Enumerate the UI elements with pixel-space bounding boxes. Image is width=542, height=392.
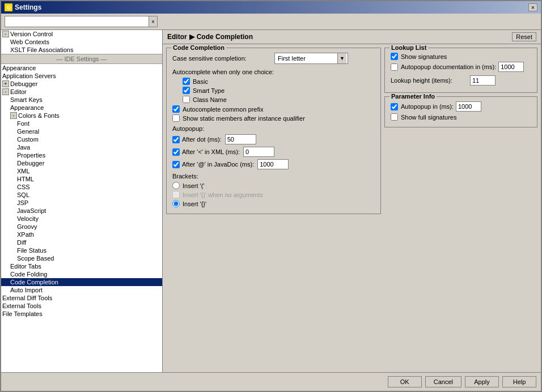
tree-item-editor-tabs[interactable]: Editor Tabs xyxy=(1,262,162,270)
show-full-signatures-checkbox[interactable] xyxy=(391,113,398,121)
after-at-javadoc-label: After '@' in JavaDoc (ms): xyxy=(182,161,254,168)
class-name-label: Class Name xyxy=(193,96,227,103)
tree-item-debugger2[interactable]: Debugger xyxy=(1,159,162,167)
case-sensitive-select[interactable]: First letter ▼ xyxy=(274,53,348,64)
tree-item-code-folding[interactable]: Code Folding xyxy=(1,270,162,278)
class-name-checkbox[interactable] xyxy=(183,96,190,103)
basic-checkbox[interactable] xyxy=(183,78,190,85)
tree-item-xslt-file-associations[interactable]: XSLT File Associations xyxy=(1,46,162,54)
tree-item-general[interactable]: General xyxy=(1,127,162,135)
insert-single-brace-radio[interactable] xyxy=(172,182,180,189)
basic-checkbox-row: Basic xyxy=(183,78,375,85)
tree-item-web-contexts[interactable]: Web Contexts xyxy=(1,38,162,46)
breadcrumb: Editor ▶ Code Completion xyxy=(167,33,253,41)
tree-item-file-status[interactable]: File Status xyxy=(1,246,162,254)
cancel-button[interactable]: Cancel xyxy=(425,376,461,387)
tree-item-application-servers[interactable]: Application Servers xyxy=(1,72,162,80)
after-dot-input[interactable] xyxy=(225,134,256,144)
search-clear-button[interactable]: × xyxy=(149,16,158,27)
autopopup-doc-input[interactable] xyxy=(498,62,524,72)
tree-item-scope-based[interactable]: Scope Based xyxy=(1,254,162,262)
insert-empty-parens-checkbox[interactable] xyxy=(172,191,180,198)
after-dot-row: After dot (ms): xyxy=(172,134,375,144)
tree-item-editor[interactable]: - Editor xyxy=(1,88,162,96)
tree-item-font[interactable]: Font xyxy=(1,120,162,127)
tree-item-diff[interactable]: Diff xyxy=(1,238,162,246)
basic-label: Basic xyxy=(193,78,208,85)
parameter-info-group: Parameter Info Autopopup in (ms): Show f… xyxy=(384,96,537,127)
brackets-title: Brackets: xyxy=(172,173,375,180)
class-name-checkbox-row: Class Name xyxy=(183,96,375,103)
ok-button[interactable]: OK xyxy=(388,376,422,387)
lookup-height-row: Lookup height (items): xyxy=(391,75,531,86)
tree-item-xpath[interactable]: XPath xyxy=(1,231,162,238)
tree-item-velocity[interactable]: Velocity xyxy=(1,215,162,223)
lookup-height-label: Lookup height (items): xyxy=(391,77,470,84)
insert-single-brace-row: Insert '(' xyxy=(172,182,375,189)
reset-button[interactable]: Reset xyxy=(512,32,536,41)
show-static-members-checkbox[interactable] xyxy=(172,114,180,122)
tree-item-file-templates[interactable]: File Templates xyxy=(1,310,162,318)
after-lt-xml-checkbox[interactable] xyxy=(172,148,180,156)
tree-toggle-colors-fonts[interactable]: - xyxy=(10,112,17,119)
tree-item-sql[interactable]: SQL xyxy=(1,191,162,199)
tree-toggle-version-control[interactable]: - xyxy=(2,31,9,37)
after-lt-xml-input[interactable] xyxy=(243,147,274,157)
tree-toggle-debugger[interactable]: + xyxy=(2,80,9,87)
case-sensitive-row: Case sensitive completion: First letter … xyxy=(172,53,375,64)
tree-item-xml[interactable]: XML xyxy=(1,167,162,175)
insert-curly-label: Insert '{}' xyxy=(183,201,206,207)
tree-item-appearance-editor[interactable]: Appearance xyxy=(1,104,162,112)
breadcrumb-arrow-icon: ▶ xyxy=(189,33,194,41)
tree-item-java[interactable]: Java xyxy=(1,143,162,151)
show-signatures-label: Show signatures xyxy=(401,53,447,60)
autocomplete-common-prefix-checkbox[interactable] xyxy=(172,105,180,113)
settings-main: Code Completion Case sensitive completio… xyxy=(166,48,381,369)
show-signatures-checkbox[interactable] xyxy=(391,53,398,60)
tree-item-jsp[interactable]: JSP xyxy=(1,199,162,207)
after-at-javadoc-input[interactable] xyxy=(257,159,289,169)
smart-type-label: Smart Type xyxy=(193,87,225,94)
right-sidebar: Lookup List Show signatures Autopopup do… xyxy=(384,48,537,369)
insert-empty-parens-label: Insert '()' when no arguments xyxy=(183,191,263,198)
tree-item-auto-import[interactable]: Auto Import xyxy=(1,286,162,294)
tree-item-version-control[interactable]: - Version Control xyxy=(1,30,162,38)
tree-item-colors-fonts[interactable]: - Colors & Fonts xyxy=(1,112,162,120)
tree-item-custom[interactable]: Custom xyxy=(1,135,162,143)
lookup-height-input[interactable] xyxy=(470,75,496,86)
tree-toggle-editor[interactable]: - xyxy=(2,88,9,95)
tree-item-properties[interactable]: Properties xyxy=(1,151,162,159)
tree-item-external-tools[interactable]: External Tools xyxy=(1,302,162,310)
tree-item-appearance[interactable]: Appearance xyxy=(1,64,162,72)
brackets-section: Brackets: Insert '(' Insert '()' when no… xyxy=(172,173,375,207)
tree-item-debugger[interactable]: + Debugger xyxy=(1,80,162,88)
tree-item-javascript[interactable]: JavaScript xyxy=(1,207,162,215)
help-button[interactable]: Help xyxy=(502,376,536,387)
insert-curly-radio[interactable] xyxy=(172,200,180,207)
tree-area: - Version Control Web Contexts XSLT File… xyxy=(1,30,162,372)
insert-curly-row: Insert '{}' xyxy=(172,200,375,207)
autopopup-param-input[interactable] xyxy=(456,101,481,112)
tree-item-smart-keys[interactable]: Smart Keys xyxy=(1,96,162,104)
show-full-signatures-label: Show full signatures xyxy=(401,114,456,121)
autocomplete-only-one-title: Autocomplete when only one choice: xyxy=(172,69,375,75)
tree-item-css[interactable]: CSS xyxy=(1,183,162,191)
after-dot-checkbox[interactable] xyxy=(172,136,180,143)
tree-item-html[interactable]: HTML xyxy=(1,175,162,183)
parameter-info-group-title: Parameter Info xyxy=(389,93,437,100)
tree-item-code-completion[interactable]: Code Completion xyxy=(1,278,162,286)
after-at-javadoc-checkbox[interactable] xyxy=(172,161,180,168)
autopopup-doc-checkbox[interactable] xyxy=(391,63,398,71)
smart-type-checkbox[interactable] xyxy=(183,87,190,94)
tree-item-external-diff-tools[interactable]: External Diff Tools xyxy=(1,294,162,302)
right-panel: Editor ▶ Code Completion Reset Code Comp… xyxy=(163,30,541,372)
autopopup-param-checkbox[interactable] xyxy=(391,103,398,110)
search-input[interactable] xyxy=(5,16,149,27)
tree-item-groovy[interactable]: Groovy xyxy=(1,223,162,231)
close-button[interactable]: × xyxy=(528,3,537,11)
show-static-members-row: Show static members after instance quali… xyxy=(172,114,375,122)
breadcrumb-page: Code Completion xyxy=(197,33,253,41)
right-header: Editor ▶ Code Completion Reset xyxy=(163,30,541,44)
apply-button[interactable]: Apply xyxy=(465,376,499,387)
main-content: - Version Control Web Contexts XSLT File… xyxy=(1,30,541,372)
